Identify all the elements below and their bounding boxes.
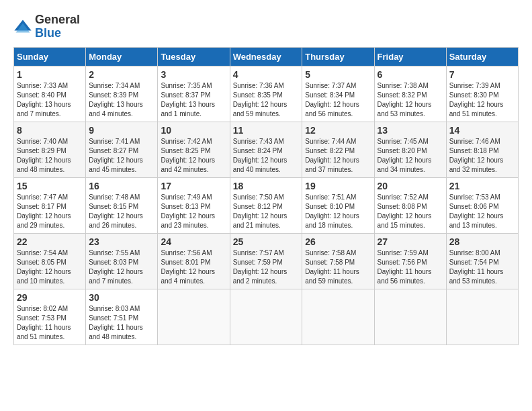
day-info: Sunrise: 7:58 AM Sunset: 7:58 PM Dayligh…: [305, 248, 371, 286]
calendar-cell: 13Sunrise: 7:45 AM Sunset: 8:20 PM Dayli…: [374, 122, 446, 177]
calendar-cell: 11Sunrise: 7:43 AM Sunset: 8:24 PM Dayli…: [230, 122, 302, 177]
calendar-cell: 17Sunrise: 7:49 AM Sunset: 8:13 PM Dayli…: [158, 177, 230, 233]
day-info: Sunrise: 7:52 AM Sunset: 8:08 PM Dayligh…: [378, 193, 443, 230]
calendar-cell: 29Sunrise: 8:02 AM Sunset: 7:53 PM Dayli…: [14, 289, 86, 345]
day-number: 2: [89, 69, 154, 80]
calendar-cell: 8Sunrise: 7:40 AM Sunset: 8:29 PM Daylig…: [14, 122, 86, 177]
day-info: Sunrise: 7:45 AM Sunset: 8:20 PM Dayligh…: [378, 137, 443, 175]
calendar-cell: [302, 289, 374, 345]
calendar-cell: 27Sunrise: 7:59 AM Sunset: 7:56 PM Dayli…: [374, 233, 446, 289]
day-info: Sunrise: 7:33 AM Sunset: 8:40 PM Dayligh…: [17, 81, 83, 119]
day-info: Sunrise: 8:03 AM Sunset: 7:51 PM Dayligh…: [89, 304, 154, 342]
day-info: Sunrise: 7:39 AM Sunset: 8:30 PM Dayligh…: [449, 81, 515, 119]
col-header-wednesday: Wednesday: [230, 47, 302, 66]
day-number: 4: [233, 69, 300, 80]
day-number: 3: [161, 69, 226, 80]
calendar-cell: 19Sunrise: 7:51 AM Sunset: 8:10 PM Dayli…: [302, 177, 374, 233]
day-number: 30: [89, 292, 154, 303]
day-info: Sunrise: 7:35 AM Sunset: 8:37 PM Dayligh…: [161, 81, 226, 119]
day-info: Sunrise: 7:50 AM Sunset: 8:12 PM Dayligh…: [233, 193, 300, 230]
logo-text: General Blue: [35, 13, 80, 40]
day-number: 14: [449, 125, 515, 136]
day-info: Sunrise: 7:38 AM Sunset: 8:32 PM Dayligh…: [378, 81, 443, 119]
col-header-thursday: Thursday: [302, 47, 374, 66]
header: General Blue: [13, 13, 519, 40]
week-row-1: 1Sunrise: 7:33 AM Sunset: 8:40 PM Daylig…: [14, 66, 519, 122]
day-number: 1: [17, 69, 83, 80]
calendar-cell: 28Sunrise: 8:00 AM Sunset: 7:54 PM Dayli…: [446, 233, 518, 289]
day-number: 21: [449, 181, 515, 191]
day-info: Sunrise: 7:53 AM Sunset: 8:06 PM Dayligh…: [449, 193, 515, 230]
week-row-5: 29Sunrise: 8:02 AM Sunset: 7:53 PM Dayli…: [14, 289, 519, 345]
week-row-2: 8Sunrise: 7:40 AM Sunset: 8:29 PM Daylig…: [14, 122, 519, 177]
day-number: 10: [161, 125, 226, 136]
calendar-cell: [158, 289, 230, 345]
day-info: Sunrise: 7:37 AM Sunset: 8:34 PM Dayligh…: [305, 81, 371, 119]
day-info: Sunrise: 7:46 AM Sunset: 8:18 PM Dayligh…: [449, 137, 515, 175]
calendar-cell: 6Sunrise: 7:38 AM Sunset: 8:32 PM Daylig…: [374, 66, 446, 122]
calendar-cell: [374, 289, 446, 345]
day-info: Sunrise: 7:55 AM Sunset: 8:03 PM Dayligh…: [89, 248, 154, 286]
calendar-cell: [230, 289, 302, 345]
col-header-tuesday: Tuesday: [158, 47, 230, 66]
week-row-4: 22Sunrise: 7:54 AM Sunset: 8:05 PM Dayli…: [14, 233, 519, 289]
day-info: Sunrise: 7:48 AM Sunset: 8:15 PM Dayligh…: [89, 193, 154, 230]
calendar-cell: 3Sunrise: 7:35 AM Sunset: 8:37 PM Daylig…: [158, 66, 230, 122]
day-number: 13: [378, 125, 443, 136]
calendar-cell: 24Sunrise: 7:56 AM Sunset: 8:01 PM Dayli…: [158, 233, 230, 289]
day-info: Sunrise: 7:40 AM Sunset: 8:29 PM Dayligh…: [17, 137, 83, 175]
day-number: 22: [17, 236, 83, 247]
day-number: 20: [378, 181, 443, 191]
day-info: Sunrise: 7:42 AM Sunset: 8:25 PM Dayligh…: [161, 137, 226, 175]
calendar-cell: 30Sunrise: 8:03 AM Sunset: 7:51 PM Dayli…: [86, 289, 158, 345]
day-info: Sunrise: 7:49 AM Sunset: 8:13 PM Dayligh…: [161, 193, 226, 230]
day-info: Sunrise: 7:34 AM Sunset: 8:39 PM Dayligh…: [89, 81, 154, 119]
day-number: 18: [233, 181, 300, 191]
day-number: 12: [305, 125, 371, 136]
day-number: 5: [305, 69, 371, 80]
day-number: 29: [17, 292, 83, 303]
calendar-cell: 9Sunrise: 7:41 AM Sunset: 8:27 PM Daylig…: [86, 122, 158, 177]
calendar-cell: 10Sunrise: 7:42 AM Sunset: 8:25 PM Dayli…: [158, 122, 230, 177]
day-number: 24: [161, 236, 226, 247]
calendar-cell: 4Sunrise: 7:36 AM Sunset: 8:35 PM Daylig…: [230, 66, 302, 122]
calendar-cell: 1Sunrise: 7:33 AM Sunset: 8:40 PM Daylig…: [14, 66, 86, 122]
day-info: Sunrise: 7:36 AM Sunset: 8:35 PM Dayligh…: [233, 81, 300, 119]
col-header-sunday: Sunday: [14, 47, 86, 66]
col-header-monday: Monday: [86, 47, 158, 66]
calendar-cell: 20Sunrise: 7:52 AM Sunset: 8:08 PM Dayli…: [374, 177, 446, 233]
day-info: Sunrise: 7:59 AM Sunset: 7:56 PM Dayligh…: [378, 248, 443, 286]
calendar-cell: 12Sunrise: 7:44 AM Sunset: 8:22 PM Dayli…: [302, 122, 374, 177]
calendar-table: SundayMondayTuesdayWednesdayThursdayFrid…: [13, 47, 519, 345]
day-number: 17: [161, 181, 226, 191]
day-info: Sunrise: 7:44 AM Sunset: 8:22 PM Dayligh…: [305, 137, 371, 175]
day-number: 7: [449, 69, 515, 80]
calendar-cell: 16Sunrise: 7:48 AM Sunset: 8:15 PM Dayli…: [86, 177, 158, 233]
day-number: 26: [305, 236, 371, 247]
day-info: Sunrise: 8:02 AM Sunset: 7:53 PM Dayligh…: [17, 304, 83, 342]
header-row: SundayMondayTuesdayWednesdayThursdayFrid…: [14, 47, 519, 66]
day-info: Sunrise: 7:56 AM Sunset: 8:01 PM Dayligh…: [161, 248, 226, 286]
day-info: Sunrise: 7:54 AM Sunset: 8:05 PM Dayligh…: [17, 248, 83, 286]
logo: General Blue: [13, 13, 80, 40]
day-number: 19: [305, 181, 371, 191]
day-number: 25: [233, 236, 300, 247]
day-number: 23: [89, 236, 154, 247]
day-number: 27: [378, 236, 443, 247]
day-number: 8: [17, 125, 83, 136]
day-number: 11: [233, 125, 300, 136]
day-number: 16: [89, 181, 154, 191]
week-row-3: 15Sunrise: 7:47 AM Sunset: 8:17 PM Dayli…: [14, 177, 519, 233]
col-header-saturday: Saturday: [446, 47, 518, 66]
day-info: Sunrise: 7:47 AM Sunset: 8:17 PM Dayligh…: [17, 193, 83, 230]
calendar-cell: 22Sunrise: 7:54 AM Sunset: 8:05 PM Dayli…: [14, 233, 86, 289]
day-info: Sunrise: 7:51 AM Sunset: 8:10 PM Dayligh…: [305, 193, 371, 230]
day-number: 6: [378, 69, 443, 80]
calendar-cell: 15Sunrise: 7:47 AM Sunset: 8:17 PM Dayli…: [14, 177, 86, 233]
calendar-cell: 7Sunrise: 7:39 AM Sunset: 8:30 PM Daylig…: [446, 66, 518, 122]
calendar-cell: 26Sunrise: 7:58 AM Sunset: 7:58 PM Dayli…: [302, 233, 374, 289]
day-number: 28: [449, 236, 515, 247]
logo-blue-text: Blue: [35, 26, 61, 40]
calendar-cell: 2Sunrise: 7:34 AM Sunset: 8:39 PM Daylig…: [86, 66, 158, 122]
calendar-cell: 21Sunrise: 7:53 AM Sunset: 8:06 PM Dayli…: [446, 177, 518, 233]
